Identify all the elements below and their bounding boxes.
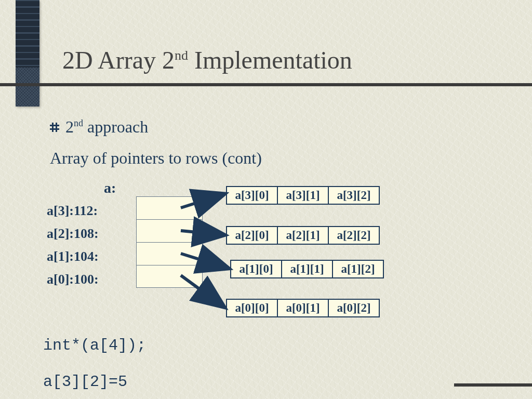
slide-title: 2D Array 2nd Implementation [62,46,352,74]
pointer-cell [136,265,203,288]
array-cell: a[1][0] [230,260,282,278]
array-cell: a[3][1] [277,186,329,205]
pointer-cell [136,242,203,265]
bullet-icon [50,123,60,133]
title-sup: nd [175,48,188,63]
array-cell: a[0][1] [277,299,329,317]
pointer-cell [136,196,203,219]
array-cell: a[2][1] [277,226,329,245]
data-row-3: a[3][0] a[3][1] a[3][2] [226,186,380,205]
subtitle-text: Array of pointers to rows (cont) [50,149,262,168]
data-row-2: a[2][0] a[2][1] a[2][2] [226,226,380,245]
array-cell: a[1][2] [332,260,384,278]
slide-decor-block [16,0,39,107]
bullet-text: 2nd approach [65,117,148,137]
data-row-0: a[0][0] a[0][1] a[0][2] [226,299,380,317]
code-assignment: a[3][2]=5 [43,373,127,391]
bullet-post: approach [83,117,148,136]
data-row-1: a[1][0] a[1][1] a[1][2] [230,260,384,278]
pointer-label: a[3]:112: [47,200,99,222]
title-rule [0,83,532,86]
pointer-labels: a[3]:112: a[2]:108: a[1]:104: a[0]:100: [47,200,99,291]
title-post: Implementation [188,46,352,74]
array-cell: a[3][0] [226,186,278,205]
pointer-table [136,196,203,288]
bullet-sup: nd [74,118,83,128]
pointer-block-header: a: [104,180,116,196]
array-cell: a[3][2] [328,186,380,205]
array-cell: a[0][0] [226,299,278,317]
code-declaration: int*(a[4]); [43,337,146,354]
pointer-label: a[2]:108: [47,222,99,245]
array-cell: a[0][2] [328,299,380,317]
title-pre: 2D Array 2 [62,46,175,74]
pointer-label: a[1]:104: [47,245,99,268]
pointer-label: a[0]:100: [47,268,99,291]
array-cell: a[1][1] [281,260,333,278]
array-cell: a[2][0] [226,226,278,245]
footer-rule [454,383,532,387]
pointer-cell [136,219,203,242]
array-cell: a[2][2] [328,226,380,245]
bullet-pre: 2 [65,117,74,136]
